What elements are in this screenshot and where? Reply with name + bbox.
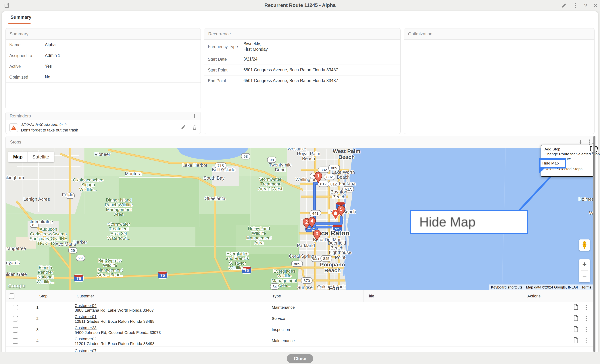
stop-number: 2 bbox=[36, 316, 38, 321]
document-icon[interactable] bbox=[573, 337, 578, 344]
summary-row-name: Name Alpha bbox=[6, 40, 201, 50]
summary-row-assigned: Assigned To Admin 1 bbox=[6, 50, 201, 61]
svg-text:Lake Harbor: Lake Harbor bbox=[182, 163, 207, 168]
svg-text:1: 1 bbox=[317, 173, 319, 179]
customer-link[interactable]: Customer02 bbox=[75, 337, 96, 341]
delete-reminder-icon[interactable] bbox=[192, 125, 197, 131]
table-row-partial: Customer07 bbox=[6, 346, 594, 352]
svg-text:98: 98 bbox=[270, 158, 274, 162]
add-reminder-button[interactable]: + bbox=[193, 113, 197, 119]
summary-row-optimized: Optimized No bbox=[6, 72, 201, 83]
close-window-icon[interactable]: ✕ bbox=[592, 2, 599, 9]
summary-row-active: Active Yes bbox=[6, 61, 201, 72]
tab-summary[interactable]: Summary bbox=[10, 15, 31, 20]
summary-card: Summary Name Alpha Assigned To Admin 1 A… bbox=[5, 28, 201, 109]
svg-text:Holmes Roa: Holmes Roa bbox=[579, 197, 593, 202]
more-options-icon[interactable] bbox=[572, 2, 579, 9]
close-button[interactable]: Close bbox=[287, 354, 313, 363]
select-all-checkbox[interactable] bbox=[9, 293, 14, 299]
vertical-scrollbar[interactable] bbox=[593, 136, 595, 352]
road-shield: 75 bbox=[158, 272, 167, 278]
svg-text:29: 29 bbox=[78, 256, 83, 260]
row-checkbox[interactable] bbox=[13, 316, 18, 321]
road-shield: 812 bbox=[318, 181, 329, 187]
col-customer: Customer bbox=[73, 290, 269, 302]
road-shield: 29 bbox=[68, 247, 77, 253]
svg-text:Montura: Montura bbox=[125, 171, 142, 176]
row-menu-icon[interactable] bbox=[586, 316, 587, 321]
svg-text:Big CypressWildlifeManagementA: Big CypressWildlifeManagementArea - Bear… bbox=[97, 258, 123, 277]
edit-icon[interactable] bbox=[560, 2, 568, 9]
customer-link[interactable]: Customer23 bbox=[75, 326, 96, 330]
optimization-card-title: Optimization bbox=[408, 31, 432, 36]
road-shield: 845 bbox=[321, 255, 332, 261]
customer-address: 5400 Johnson Rd, Coconut Creek Florida 3… bbox=[75, 330, 161, 335]
row-menu-icon[interactable] bbox=[586, 338, 587, 343]
road-shield: 98 bbox=[267, 157, 276, 163]
svg-text:84: 84 bbox=[272, 284, 277, 289]
customer-address: 11201 Glades Rd, Boca Raton Florida 3349… bbox=[75, 341, 154, 346]
row-checkbox[interactable] bbox=[13, 305, 18, 310]
hide-map-highlight-chip[interactable]: Hide Map bbox=[541, 160, 565, 167]
svg-text:FloridaPantherNationalWildlife: FloridaPantherNationalWildlife... bbox=[37, 265, 54, 284]
svg-text:Lehigh Acres: Lehigh Acres bbox=[24, 197, 50, 202]
document-icon[interactable] bbox=[573, 315, 578, 322]
menu-item-add-stop[interactable]: Add Stop bbox=[541, 147, 593, 152]
recurrence-row-frequency: Frequency Type Biweekly, First Monday bbox=[204, 40, 400, 54]
svg-text:3: 3 bbox=[316, 231, 318, 236]
map-attribution: Keyboard shortcuts Map data ©2024 Google… bbox=[489, 284, 593, 290]
road-shield: 29 bbox=[76, 255, 85, 261]
customer-link[interactable]: Customer01 bbox=[75, 314, 96, 319]
stops-card: Stops + bbox=[5, 136, 595, 353]
terms-link[interactable]: Terms bbox=[580, 284, 593, 290]
help-icon[interactable]: ? bbox=[582, 2, 590, 9]
svg-text:75: 75 bbox=[160, 273, 165, 278]
screen: Recurrent Route 11245 - Alpha ? ✕ Summar… bbox=[0, 0, 600, 364]
pegman-control[interactable] bbox=[579, 239, 590, 251]
svg-text:Fort: Fort bbox=[329, 285, 339, 290]
svg-text:Golden Gate: Golden Gate bbox=[6, 272, 27, 277]
svg-text:869: 869 bbox=[294, 262, 300, 266]
menu-item-change-route[interactable]: Change Route for Selected Stops bbox=[541, 152, 593, 156]
svg-text:Lantana: Lantana bbox=[339, 181, 356, 186]
svg-text:ckingham: ckingham bbox=[6, 175, 24, 180]
customer-link[interactable]: Customer04 bbox=[75, 303, 96, 308]
stop-type: Maintenance bbox=[272, 305, 295, 310]
row-menu-icon[interactable] bbox=[586, 305, 587, 310]
road-shield: 882 bbox=[318, 167, 329, 173]
add-stop-button[interactable]: + bbox=[579, 139, 582, 145]
reminders-card: Reminders + 3/22/24 8:00 AM Admin 1: Don… bbox=[5, 112, 201, 134]
summary-card-title: Summary bbox=[10, 31, 28, 36]
google-logo: Google bbox=[8, 283, 26, 289]
document-icon[interactable] bbox=[573, 304, 578, 311]
svg-text:Harker: Harker bbox=[73, 240, 87, 245]
table-row: 3 Customer23 5400 Johnson Rd, Coconut Cr… bbox=[6, 324, 594, 335]
recurrence-row-startpoint: Start Point 6501 Congress Avenue, Boca R… bbox=[204, 65, 400, 75]
row-checkbox[interactable] bbox=[13, 327, 18, 333]
tab-divider bbox=[2, 24, 598, 24]
row-checkbox[interactable] bbox=[13, 338, 18, 344]
recurrence-card-title: Recurrence bbox=[208, 31, 231, 36]
svg-text:Wellington: Wellington bbox=[295, 177, 317, 182]
zoom-out-button[interactable]: − bbox=[582, 273, 587, 281]
customer-address: 8888 Lantana Rd, Lake Worth Florida 3346… bbox=[75, 308, 154, 313]
zoom-in-button[interactable]: + bbox=[582, 260, 587, 268]
recurrence-card: Recurrence Frequency Type Biweekly, Firs… bbox=[204, 28, 401, 134]
svg-text:Immokalee: Immokalee bbox=[31, 219, 53, 224]
svg-text:Felda: Felda bbox=[62, 192, 74, 197]
svg-text:812: 812 bbox=[320, 182, 327, 186]
document-icon[interactable] bbox=[573, 326, 578, 333]
satellite-view-button[interactable]: Satellite bbox=[27, 152, 54, 162]
keyboard-shortcuts-link[interactable]: Keyboard shortcuts bbox=[489, 284, 524, 290]
svg-text:4: 4 bbox=[310, 218, 313, 224]
hide-map-highlight-tail bbox=[539, 168, 545, 174]
customer-link[interactable]: Customer07 bbox=[75, 348, 96, 353]
map-zoom-control: + − bbox=[579, 259, 590, 282]
row-menu-icon[interactable] bbox=[586, 327, 587, 332]
svg-text:Pioneer: Pioneer bbox=[94, 152, 110, 157]
edit-reminder-icon[interactable] bbox=[181, 125, 186, 131]
svg-text:98: 98 bbox=[244, 154, 248, 158]
map-view-button[interactable]: Map bbox=[8, 152, 27, 162]
reminder-timestamp: 3/22/24 8:00 AM Admin 1: bbox=[21, 123, 181, 127]
svg-text:Wi: Wi bbox=[589, 210, 593, 216]
